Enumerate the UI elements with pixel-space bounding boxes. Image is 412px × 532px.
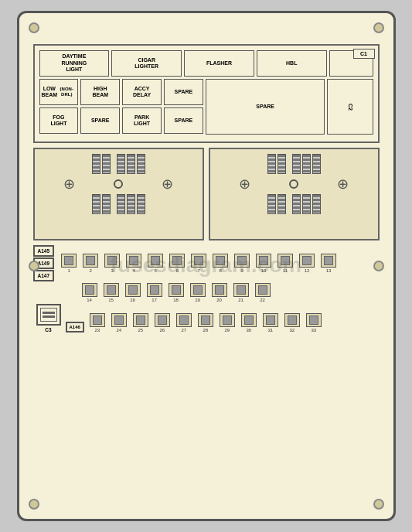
fuse-fog-light: FOGLIGHT [39,107,79,134]
fuse-1: 1 [59,254,79,273]
fuse-19: 19 [188,283,208,302]
c3-connector [36,304,61,326]
fuse-spare-tall: SPARE [206,79,325,135]
fuse-flasher: FLASHER [184,50,254,77]
fuse-16: 16 [123,283,143,302]
fuse-22: 22 [253,283,273,302]
fuse-15: 15 [101,283,121,302]
a146-label: A146 [66,322,84,332]
fuse-24: 24 [109,313,129,332]
fuse-row-2-wrapper: LOWBEAM(NON-DRL) HIGHBEAM ACCYDELAY SPAR… [39,79,373,135]
fuse-spare-r3: SPARE [80,107,120,134]
c2-label: C2 [327,79,373,135]
screw-top-left [29,22,39,33]
fuse-low-beam: LOWBEAM(NON-DRL) [39,79,79,105]
a147-label: A147 [33,270,55,281]
fuse-3: 3 [102,254,122,273]
fuse-28: 28 [196,313,216,332]
fuse-33: 33 [304,313,324,332]
fuse-5: 5 [145,254,165,273]
fuse-spare-r2: SPARE [164,79,203,105]
fuse-29: 29 [217,313,237,332]
relay-panel-left: ⊕ ⊕ [33,148,204,240]
fuse-number-row-2: 14 15 16 17 18 19 20 21 22 [33,283,380,302]
fuse-23: 23 [87,313,107,332]
fuse-31: 31 [260,313,281,332]
screw-mid-right [373,261,384,271]
fuse-20: 20 [209,283,230,302]
screw-bottom-right [373,499,384,510]
fuse-daytime-running-light: DAYTIMERUNNINGLIGHT [39,50,110,77]
fuse-18: 18 [166,283,186,302]
fuse-14: 14 [80,283,100,302]
fuse-21: 21 [231,283,251,302]
fuse-11: 11 [275,254,295,273]
screw-mid-left [29,261,39,271]
fuse-cigar-lighter: CIGARLIGHTER [111,50,182,77]
fuse-26: 26 [152,313,172,332]
fuse-number-row-1: A145 A149 A147 1 2 3 4 5 6 7 8 9 10 11 1… [33,245,380,281]
fuse-6: 6 [167,254,187,273]
fuse-30: 30 [239,313,259,332]
fuse-17: 17 [145,283,165,302]
screw-top-right [373,22,384,33]
fuse-27: 27 [174,313,194,332]
fuse-number-row-3: C3 A146 23 24 25 26 27 28 29 30 31 32 33 [33,304,380,332]
relay-section: ⊕ ⊕ [33,148,380,240]
fuse-spare-r3b: SPARE [164,107,203,134]
numbered-fuse-area: A145 A149 A147 1 2 3 4 5 6 7 8 9 10 11 1… [33,245,380,332]
fuse-10: 10 [254,254,274,273]
fuse-high-beam: HIGHBEAM [80,79,120,105]
a145-label: A145 [33,245,55,257]
fuse-accy-delay: ACCYDELAY [122,79,162,105]
fuse-9: 9 [232,254,252,273]
fuse-25: 25 [131,313,151,332]
c3-label: C3 [36,327,61,332]
fuse-row-1: DAYTIMERUNNINGLIGHT CIGARLIGHTER FLASHER… [39,50,373,77]
fuse-park-light: PARKLIGHT [122,107,162,134]
fuse-box-panel: fusesdiagram.com C1 DAYTIMERUNNINGLIGHT … [17,11,396,521]
c1-label: C1 [353,49,375,59]
fuse-2: 2 [80,254,100,273]
fuse-8: 8 [210,254,230,273]
fuse-13: 13 [318,254,339,273]
fuse-7: 7 [189,254,209,273]
fuse-32: 32 [282,313,302,332]
fuse-12: 12 [297,254,317,273]
relay-panel-right: ⊕ ⊕ [209,148,380,240]
screw-bottom-left [29,499,39,510]
fuse-4: 4 [124,254,144,273]
top-fuse-section: C1 DAYTIMERUNNINGLIGHT CIGARLIGHTER FLAS… [33,44,380,143]
fuse-hbl: HBL [257,50,327,77]
